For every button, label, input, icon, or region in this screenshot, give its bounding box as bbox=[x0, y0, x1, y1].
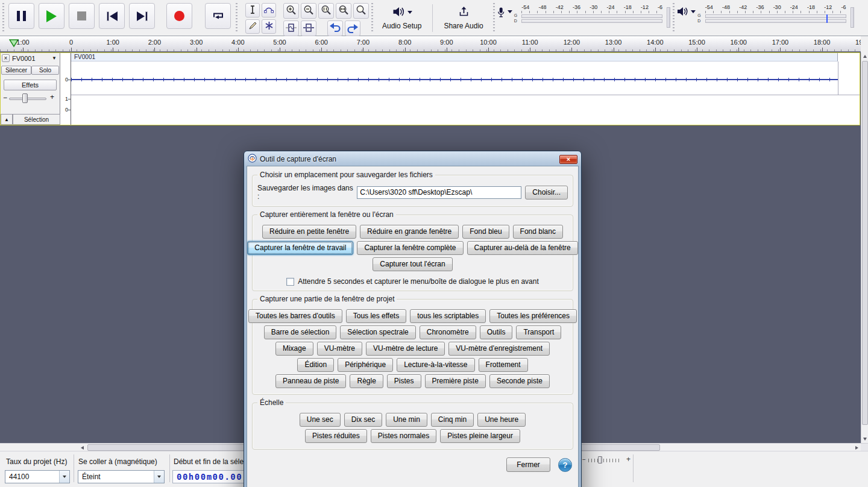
vertical-scrollbar[interactable] bbox=[861, 52, 868, 443]
multi-tool-button[interactable] bbox=[262, 19, 276, 34]
capturer-la-fenetre-de-travail-button[interactable]: Capturer la fenêtre de travail bbox=[247, 241, 353, 255]
playback-meter[interactable]: GD -54-48-42-36-30-24-18-12-6 bbox=[676, 3, 854, 28]
premiere-piste-button[interactable]: Première piste bbox=[425, 374, 486, 388]
pistes-button[interactable]: Pistes bbox=[387, 374, 421, 388]
tous-les-scriptables-button[interactable]: tous les scriptables bbox=[410, 309, 486, 323]
track-collapse-button[interactable]: ▲ bbox=[1, 114, 13, 125]
selection-tool-button[interactable] bbox=[245, 3, 260, 17]
skip-to-end-button[interactable] bbox=[129, 3, 155, 29]
reduire-en-grande-fenetre-button[interactable]: Réduire en grande fenêtre bbox=[360, 225, 459, 239]
fermer-button[interactable]: Fermer bbox=[506, 457, 550, 472]
scroll-down-button[interactable] bbox=[861, 435, 868, 443]
capturer-au-dela-de-la-fenetre-button[interactable]: Capturer au-delà de la fenêtre bbox=[467, 241, 578, 255]
transport-button[interactable]: Transport bbox=[516, 325, 561, 339]
gain-slider[interactable] bbox=[9, 98, 46, 100]
toutes-les-barres-d-outils-button[interactable]: Toutes les barres d'outils bbox=[248, 309, 342, 323]
track-close-button[interactable]: × bbox=[2, 54, 10, 62]
timeline-ruler[interactable]: 1:0001:002:003:004:005:006:007:008:009:0… bbox=[0, 36, 861, 52]
dialog-titlebar[interactable]: Outil de capture d'écran × bbox=[247, 152, 579, 166]
undo-button[interactable] bbox=[327, 20, 343, 36]
chronometre-button[interactable]: Chronomètre bbox=[420, 325, 476, 339]
track-clip-area[interactable]: FV0001 bbox=[71, 53, 860, 125]
track-select-button[interactable]: Sélection bbox=[13, 114, 60, 125]
audio-setup-button[interactable]: Audio Setup bbox=[375, 2, 429, 34]
capturer-la-fenetre-complete-button[interactable]: Capturer la fenêtre complète bbox=[357, 241, 463, 255]
draw-tool-button[interactable] bbox=[245, 19, 260, 34]
peripherique-button[interactable]: Périphérique bbox=[338, 358, 393, 372]
envelope-tool-button[interactable] bbox=[262, 3, 276, 17]
recording-meter[interactable]: GD -54-48-42-36-30-24-18-12-6 bbox=[497, 3, 670, 28]
help-button[interactable]: ? bbox=[558, 458, 572, 472]
meter-resize-handle[interactable] bbox=[851, 7, 854, 28]
dialog-close-button[interactable]: × bbox=[559, 155, 577, 164]
snap-select[interactable]: Éteint bbox=[78, 470, 165, 483]
selection-format-label[interactable]: Début et fin de la sélect bbox=[174, 457, 249, 466]
toolbar-drag-handle[interactable] bbox=[2, 3, 4, 33]
une-sec-button[interactable]: Une sec bbox=[300, 413, 341, 427]
fit-selection-button[interactable] bbox=[318, 3, 334, 19]
dropdown-button[interactable] bbox=[59, 471, 69, 483]
trim-audio-button[interactable] bbox=[283, 20, 299, 36]
vu-metre-de-lecture-button[interactable]: VU-mètre de lecture bbox=[366, 342, 445, 356]
cinq-min-button[interactable]: Cinq min bbox=[431, 413, 474, 427]
toolbar-drag-handle[interactable] bbox=[673, 3, 675, 33]
panneau-de-piste-button[interactable]: Panneau de piste bbox=[275, 374, 346, 388]
record-button[interactable] bbox=[166, 3, 192, 29]
lecture-a-la-vitesse-button[interactable]: Lecture-à-la-vitesse bbox=[397, 358, 474, 372]
edition-button[interactable]: Édition bbox=[297, 358, 334, 372]
zoom-in-button[interactable] bbox=[283, 3, 299, 19]
share-audio-button[interactable]: Share Audio bbox=[436, 2, 490, 34]
fond-blanc-button[interactable]: Fond blanc bbox=[513, 225, 563, 239]
stop-button[interactable] bbox=[69, 3, 95, 29]
fond-bleu-button[interactable]: Fond bleu bbox=[462, 225, 509, 239]
wait-5s-checkbox[interactable] bbox=[286, 278, 294, 286]
capturer-tout-l-ecran-button[interactable]: Capturer tout l'écran bbox=[373, 257, 452, 271]
mute-button[interactable]: Silencer bbox=[1, 66, 31, 75]
gain-slider-thumb[interactable] bbox=[22, 93, 28, 103]
solo-button[interactable]: Solo bbox=[31, 66, 59, 75]
speed-slider-thumb[interactable] bbox=[598, 456, 602, 463]
vu-metre-d-enregistrement-button[interactable]: VU-mètre d'enregistrement bbox=[448, 342, 550, 356]
tous-les-effets-button[interactable]: Tous les effets bbox=[346, 309, 407, 323]
scroll-up-button[interactable] bbox=[861, 52, 868, 60]
effects-button[interactable]: Effets bbox=[4, 80, 57, 90]
track-name[interactable]: FV0001 bbox=[12, 55, 36, 62]
track-menu-caret-icon[interactable]: ▼ bbox=[52, 55, 57, 61]
redo-button[interactable] bbox=[345, 20, 360, 36]
skip-to-start-button[interactable] bbox=[99, 3, 125, 29]
pistes-normales-button[interactable]: Pistes normales bbox=[371, 429, 436, 443]
dix-sec-button[interactable]: Dix sec bbox=[344, 413, 382, 427]
selection-spectrale-button[interactable]: Sélection spectrale bbox=[340, 325, 415, 339]
vertical-scale-ruler[interactable]: 010 bbox=[60, 53, 71, 125]
fit-project-button[interactable] bbox=[336, 3, 351, 19]
zoom-toggle-button[interactable] bbox=[353, 3, 369, 19]
barre-de-selection-button[interactable]: Barre de sélection bbox=[264, 325, 337, 339]
silence-audio-button[interactable] bbox=[301, 20, 316, 36]
reduire-en-petite-fenetre-button[interactable]: Réduire en petite fenêtre bbox=[262, 225, 356, 239]
seconde-piste-button[interactable]: Seconde piste bbox=[489, 374, 550, 388]
zoom-out-button[interactable] bbox=[301, 3, 316, 19]
pistes-pleine-largeur-button[interactable]: Pistes pleine largeur bbox=[440, 429, 520, 443]
play-at-speed-slider[interactable]: − + bbox=[582, 455, 631, 465]
selection-time-display[interactable]: 00h00m00.00 bbox=[172, 470, 247, 483]
une-min-button[interactable]: Une min bbox=[386, 413, 427, 427]
dropdown-button[interactable] bbox=[154, 471, 164, 483]
une-heure-button[interactable]: Une heure bbox=[477, 413, 526, 427]
mixage-button[interactable]: Mixage bbox=[275, 342, 313, 356]
regle-button[interactable]: Règle bbox=[350, 374, 383, 388]
toolbar-drag-handle[interactable] bbox=[371, 3, 373, 33]
frottement-button[interactable]: Frottement bbox=[479, 358, 528, 372]
clip-title[interactable]: FV0001 bbox=[71, 53, 838, 61]
outils-button[interactable]: Outils bbox=[480, 325, 513, 339]
play-button[interactable] bbox=[39, 3, 64, 29]
save-path-input[interactable] bbox=[357, 186, 521, 199]
vu-metre-button[interactable]: VU-mètre bbox=[317, 342, 362, 356]
choose-folder-button[interactable]: Choisir... bbox=[525, 186, 568, 200]
pause-button[interactable] bbox=[8, 3, 34, 29]
toutes-les-preferences-button[interactable]: Toutes les préférences bbox=[489, 309, 577, 323]
project-rate-select[interactable]: 44100 bbox=[5, 470, 70, 483]
toolbar-drag-handle[interactable] bbox=[493, 3, 495, 33]
meter-resize-handle[interactable] bbox=[667, 7, 670, 28]
vertical-scroll-thumb[interactable] bbox=[862, 61, 868, 425]
pistes-reduites-button[interactable]: Pistes réduites bbox=[305, 429, 367, 443]
